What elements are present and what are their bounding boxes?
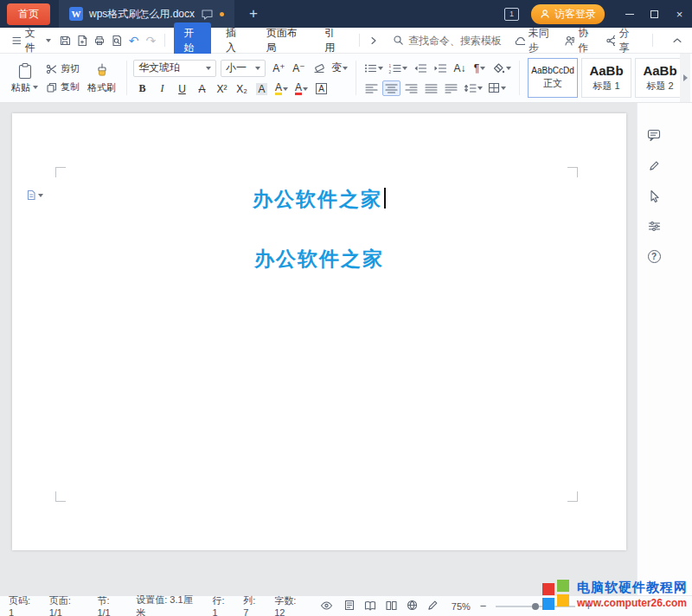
underline-button[interactable]: U: [173, 81, 191, 97]
save-button[interactable]: [56, 31, 74, 50]
right-sidebar: ?: [637, 103, 692, 595]
sort-button[interactable]: A↓: [451, 61, 469, 76]
annotate-button[interactable]: [644, 157, 663, 173]
command-search[interactable]: [393, 35, 514, 47]
guest-login-button[interactable]: 访客登录: [531, 4, 605, 24]
window-switch-icon[interactable]: 1: [504, 8, 519, 21]
chevron-down-icon: [343, 67, 348, 70]
adjust-button[interactable]: [644, 218, 663, 234]
share-button[interactable]: 分享: [606, 26, 635, 55]
styles-more-button[interactable]: [680, 54, 690, 102]
chevron-up-icon: [672, 37, 682, 44]
redo-button[interactable]: ↷: [143, 31, 160, 50]
align-center-button[interactable]: [382, 80, 400, 96]
eraser-icon: [313, 62, 325, 74]
style-normal[interactable]: AaBbCcDd 正文: [528, 58, 578, 98]
numbering-button[interactable]: 12: [387, 61, 409, 76]
web-view-button[interactable]: [407, 600, 418, 613]
font-family-select[interactable]: 华文琥珀: [133, 60, 216, 77]
edit-mode-button[interactable]: [427, 600, 439, 613]
zoom-out-button[interactable]: −: [480, 600, 487, 613]
char-shading-button[interactable]: A: [256, 83, 266, 95]
zoom-slider-thumb[interactable]: [532, 603, 539, 610]
chevron-down-icon: [206, 67, 211, 70]
document-page[interactable]: 办公软件之家 办公软件之家: [12, 113, 626, 550]
collaborate-button[interactable]: 协作: [564, 26, 594, 55]
change-case-label: 变: [331, 61, 342, 75]
align-left-button[interactable]: [362, 80, 381, 96]
distribute-button[interactable]: [442, 80, 460, 96]
increase-indent-button[interactable]: [431, 61, 449, 76]
font-size-select[interactable]: 小一: [221, 60, 266, 77]
italic-button[interactable]: I: [153, 81, 171, 97]
save-icon: [59, 35, 71, 47]
chevron-down-icon: [378, 67, 383, 70]
more-tabs-button[interactable]: [365, 31, 382, 50]
font-color-button[interactable]: A: [292, 81, 311, 97]
page-view-button[interactable]: [344, 600, 355, 613]
hamburger-icon: [12, 36, 21, 45]
ribbon: 粘贴 剪切 复制 格式刷 华文琥珀 小一 A⁺ A⁻: [0, 54, 692, 103]
print-preview-button[interactable]: [108, 31, 125, 50]
column-view-button[interactable]: [386, 600, 397, 613]
columns-icon: [386, 600, 397, 611]
crop-mark: [567, 167, 578, 177]
distribute-icon: [445, 83, 458, 93]
style-heading1[interactable]: AaBb 标题 1: [581, 58, 631, 98]
char-border-button[interactable]: A: [316, 83, 327, 94]
decrease-indent-button[interactable]: [411, 61, 429, 76]
strikethrough-button[interactable]: A: [193, 81, 211, 97]
style-sample: AaBbCcDd: [531, 66, 573, 75]
superscript-button[interactable]: X²: [213, 81, 231, 97]
margin-doc-icon: [26, 189, 36, 201]
bold-button[interactable]: B: [133, 81, 151, 97]
status-setting: 设置值: 3.1厘米: [136, 594, 201, 616]
eye-protect-button[interactable]: [320, 601, 333, 612]
clear-format-button[interactable]: [310, 61, 328, 76]
highlight-color-button[interactable]: A: [272, 81, 291, 97]
style-name: 标题 1: [593, 80, 619, 93]
format-painter-button[interactable]: 格式刷: [83, 57, 120, 99]
home-tab-button[interactable]: 首页: [7, 3, 50, 25]
justify-button[interactable]: [422, 80, 440, 96]
increase-font-button[interactable]: A⁺: [270, 61, 288, 76]
sync-status-button[interactable]: 未同步: [514, 26, 554, 55]
divider: [652, 34, 653, 47]
read-mode-button[interactable]: [364, 600, 376, 613]
decrease-font-button[interactable]: A⁻: [290, 61, 308, 76]
chevron-down-icon: [283, 87, 288, 91]
new-tab-button[interactable]: +: [245, 5, 262, 22]
maximize-button[interactable]: [642, 0, 667, 28]
search-input[interactable]: [408, 35, 514, 47]
style-heading2[interactable]: AaBb 标题 2: [635, 58, 685, 98]
divider: [164, 34, 165, 47]
borders-button[interactable]: [486, 80, 508, 96]
help-button[interactable]: ?: [644, 248, 663, 264]
guest-login-label: 访客登录: [554, 7, 596, 22]
cut-button[interactable]: 剪切: [46, 62, 80, 75]
collapse-ribbon-button[interactable]: [669, 31, 685, 50]
crop-mark: [55, 167, 66, 177]
print-preview-icon: [111, 35, 123, 47]
align-right-button[interactable]: [402, 80, 420, 96]
divider: [356, 61, 356, 95]
bullets-button[interactable]: [362, 61, 385, 76]
change-case-button[interactable]: 变: [330, 61, 349, 76]
paste-options-button[interactable]: [26, 189, 43, 201]
close-button[interactable]: ×: [667, 0, 692, 28]
output-button[interactable]: [74, 31, 91, 50]
paste-button[interactable]: 粘贴: [7, 57, 42, 99]
undo-button[interactable]: ↶: [125, 31, 143, 50]
copy-button[interactable]: 复制: [46, 80, 80, 93]
assistant-button[interactable]: [644, 127, 663, 143]
line-spacing-button[interactable]: [462, 80, 484, 96]
show-marks-button[interactable]: ¶: [471, 61, 489, 76]
minimize-button[interactable]: [617, 0, 642, 28]
shading-button[interactable]: [490, 61, 513, 76]
subscript-button[interactable]: X₂: [233, 81, 251, 97]
print-button[interactable]: [91, 31, 108, 50]
printer-icon: [93, 35, 106, 47]
svg-text:2: 2: [389, 69, 392, 74]
file-menu-button[interactable]: 文件: [7, 26, 56, 55]
select-tool-button[interactable]: [644, 188, 663, 203]
